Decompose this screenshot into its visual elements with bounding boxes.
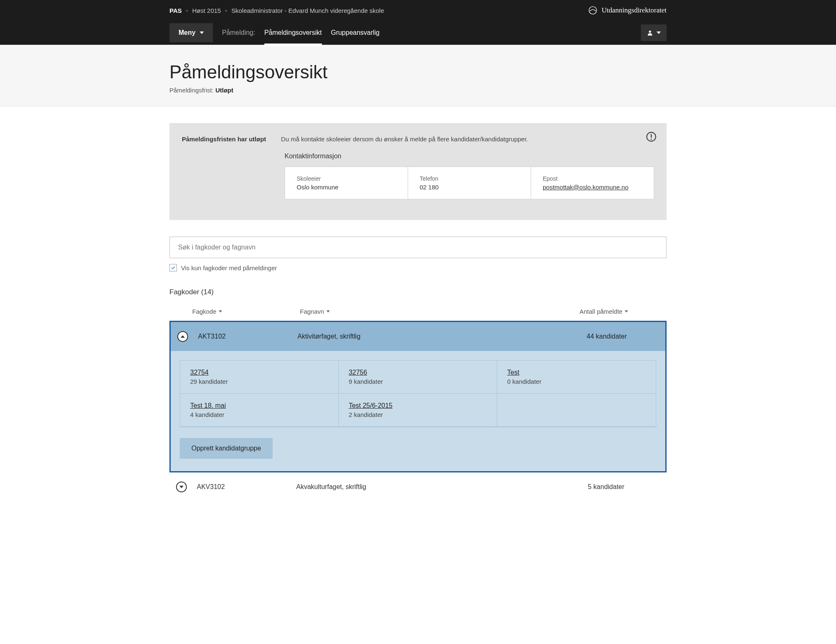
phone-value: 02 180 (420, 184, 519, 191)
svg-point-1 (649, 31, 651, 33)
group-name[interactable]: 32756 (349, 369, 487, 376)
deadline-value: Utløpt (215, 87, 233, 94)
fagkode-name: Aktivitørfaget, skriftlig (297, 333, 587, 340)
fagkode-header[interactable]: AKT3102 Aktivitørfaget, skriftlig 44 kan… (171, 322, 665, 351)
user-menu-button[interactable] (641, 24, 667, 41)
term-label: Høst 2015 (192, 7, 221, 14)
filter-checkbox[interactable] (169, 264, 177, 271)
group-name[interactable]: Test (507, 369, 646, 376)
phone-label: Telefon (420, 175, 519, 182)
notice-panel: Påmeldingsfristen har utløpt Du må konta… (169, 123, 667, 220)
deadline-info: Påmeldingsfrist: Utløpt (169, 87, 667, 94)
fagkode-code: AKT3102 (198, 333, 297, 340)
role-label: Skoleadministrator - Edvard Munch videre… (231, 7, 384, 14)
user-icon (647, 29, 653, 36)
notice-message: Du må kontakte skoleeier dersom du ønske… (281, 136, 528, 143)
create-group-button[interactable]: Opprett kandidatgruppe (180, 438, 273, 459)
nav-link-overview[interactable]: Påmeldingsoversikt (264, 21, 322, 45)
list-heading: Fagkoder (14) (169, 288, 667, 296)
group-name[interactable]: Test 25/6-2015 (349, 402, 487, 409)
notice-title: Påmeldingsfristen har utløpt (182, 136, 266, 143)
group-count: 4 kandidater (190, 411, 329, 418)
col-header-code[interactable]: Fagkode (192, 308, 300, 315)
menu-button[interactable]: Meny (169, 23, 213, 42)
chevron-down-icon (326, 310, 330, 312)
group-cell[interactable]: 32756 9 kandidater (339, 361, 498, 394)
group-cell[interactable]: Test 25/6-2015 2 kandidater (339, 394, 498, 427)
collapse-button[interactable] (177, 331, 188, 342)
brand-icon (588, 6, 597, 15)
owner-value: Oslo kommune (297, 184, 396, 191)
svg-point-4 (651, 139, 652, 140)
filter-checkbox-label: Vis kun fagkoder med påmeldinger (181, 264, 277, 271)
group-count: 29 kandidater (190, 378, 329, 385)
menu-button-label: Meny (179, 29, 196, 36)
group-count: 2 kandidater (349, 411, 487, 418)
breadcrumb: PAS • Høst 2015 • Skoleadministrator - E… (169, 7, 384, 14)
email-link[interactable]: postmottak@oslo.kommune.no (543, 184, 628, 191)
group-cell[interactable]: 32754 29 kandidater (180, 361, 339, 394)
chevron-down-icon (219, 310, 222, 312)
check-icon (171, 265, 176, 270)
group-name[interactable]: 32754 (190, 369, 329, 376)
col-header-name[interactable]: Fagnavn (300, 308, 580, 315)
expand-button[interactable] (176, 482, 187, 492)
group-name[interactable]: Test 18. mai (190, 402, 329, 409)
fagkode-row[interactable]: AKV3102 Akvakulturfaget, skriftlig 5 kan… (169, 472, 667, 501)
deadline-label: Påmeldingsfrist: (169, 87, 214, 94)
groups-grid: 32754 29 kandidater 32756 9 kandidater T… (180, 360, 656, 427)
fagkode-count: 5 kandidater (588, 483, 662, 491)
nav-section-label: Påmelding: (222, 29, 255, 36)
group-cell-empty (497, 394, 656, 427)
owner-label: Skoleeier (297, 175, 396, 182)
svg-point-0 (589, 7, 597, 14)
fagkode-code: AKV3102 (197, 483, 296, 491)
group-cell[interactable]: Test 18. mai 4 kandidater (180, 394, 339, 427)
col-header-count[interactable]: Antall påmeldte (580, 308, 662, 315)
chevron-up-icon (181, 335, 185, 338)
contact-table: Skoleeier Oslo kommune Telefon 02 180 Ep… (285, 167, 654, 199)
group-cell[interactable]: Test 0 kandidater (497, 361, 656, 394)
nav-link-group[interactable]: Gruppeansvarlig (331, 21, 379, 45)
chevron-down-icon (200, 31, 204, 34)
contact-heading: Kontaktinformasjon (285, 153, 654, 160)
fagkode-count: 44 kandidater (587, 333, 661, 340)
column-headers: Fagkode Fagnavn Antall påmeldte (169, 308, 667, 321)
fagkode-row-expanded: AKT3102 Aktivitørfaget, skriftlig 44 kan… (169, 321, 667, 472)
chevron-down-icon (657, 31, 661, 34)
page-title: Påmeldingsoversikt (169, 62, 667, 82)
fagkode-name: Akvakulturfaget, skriftlig (296, 483, 588, 491)
brand-logo: Utdanningsdirektoratet (588, 6, 667, 15)
brand-text: Utdanningsdirektoratet (602, 6, 667, 15)
chevron-down-icon (179, 486, 184, 488)
app-name: PAS (169, 7, 182, 14)
chevron-down-icon (625, 310, 628, 312)
search-input[interactable] (169, 237, 667, 258)
group-count: 9 kandidater (349, 378, 487, 385)
group-count: 0 kandidater (507, 378, 646, 385)
info-icon (646, 131, 657, 144)
email-label: Epost (543, 175, 642, 182)
